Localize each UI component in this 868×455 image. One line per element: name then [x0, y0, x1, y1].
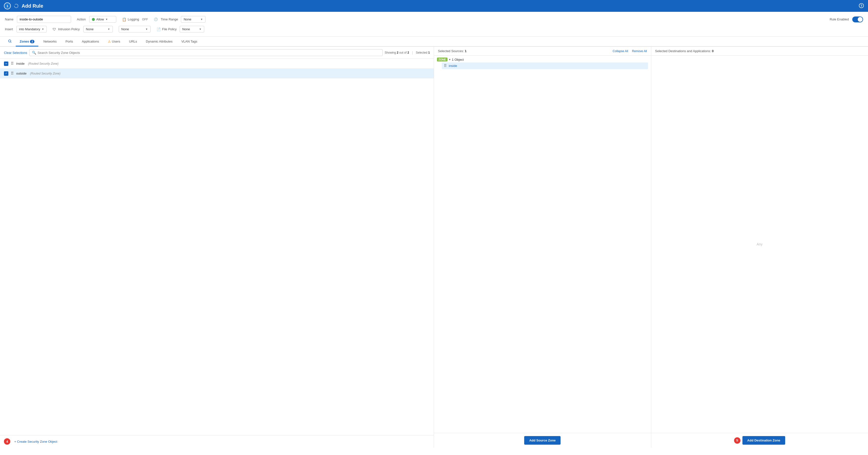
add-dest-zone-wrap: 5 Add Destination Zone: [734, 436, 785, 445]
rule-enabled-toggle[interactable]: [852, 17, 863, 22]
intrusion-chevron: ▼: [107, 28, 110, 30]
search-input-wrap: 🔍: [29, 49, 383, 56]
step-5-badge: 5: [734, 437, 740, 444]
tab-networks[interactable]: Networks: [39, 37, 60, 47]
file-policy-select[interactable]: None ▼: [180, 26, 204, 32]
zone-tag: ZONE: [437, 58, 447, 61]
dest-panel: Selected Destinations and Applications: …: [651, 47, 868, 433]
checkbox-outside[interactable]: ✓: [4, 71, 8, 76]
file-policy-icon: 📄: [157, 27, 161, 31]
time-range-chevron: ▼: [200, 18, 203, 21]
insert-label: Insert: [5, 27, 13, 31]
showing-text: Showing 2 out of 2: [384, 51, 409, 54]
file-policy-label: File Policy: [162, 27, 177, 31]
object-count: 1 Object: [452, 58, 464, 61]
tab-bar: Zones2 Networks Ports Applications ⚠User…: [0, 37, 868, 47]
zone-item-icon: ⠿: [444, 63, 447, 68]
checkmark-icon: ✓: [5, 72, 7, 75]
right-panel: Selected Sources: 1 Collapse All Remove …: [434, 47, 868, 448]
dest-panel-header: Selected Destinations and Applications: …: [651, 47, 868, 56]
intrusion-policy-label: Intrusion Policy: [58, 27, 80, 31]
left-panel: Clear Selections 🔍 Showing 2 out of 2 | …: [0, 47, 434, 448]
file-policy-chevron: ▼: [199, 28, 202, 30]
add-source-zone-button[interactable]: Add Source Zone: [524, 436, 561, 445]
page-title: Add Rule: [22, 3, 856, 9]
spinner-icon: [14, 3, 19, 8]
logging-label: Logging: [128, 18, 139, 21]
variable-set-chevron: ▼: [146, 28, 148, 30]
intrusion-policy-select[interactable]: None ▼: [83, 26, 113, 32]
action-dot: [92, 18, 95, 21]
form-row2: Insert into Mandatory ▼ 🛡 Intrusion Poli…: [5, 26, 863, 32]
time-range-icon: 🕐: [154, 18, 158, 21]
intrusion-policy-value: None: [86, 27, 94, 31]
list-item[interactable]: − ⠿ inside (Routed Security Zone): [0, 59, 434, 68]
form-area: Name Action Allow ▼ 📋 Logging OFF �: [0, 12, 868, 37]
insert-chevron: ▼: [42, 28, 44, 30]
app-container: 1 Add Rule Name Action: [0, 0, 868, 455]
source-title: Selected Sources: 1: [438, 49, 466, 53]
file-policy-value: None: [182, 27, 190, 31]
variable-set-value: None: [121, 27, 129, 31]
step-4-badge: 4: [4, 438, 10, 445]
checkbox-inside[interactable]: −: [4, 61, 8, 66]
zone-group-header: ZONE ▾ 1 Object: [437, 58, 648, 61]
insert-value: into Mandatory: [19, 27, 40, 31]
zone-item-inside: ⠿ inside: [442, 62, 648, 69]
tab-zones[interactable]: Zones2: [16, 37, 38, 47]
action-label: Action: [77, 18, 86, 21]
minus-icon: −: [5, 62, 7, 65]
svg-point-1: [859, 3, 864, 8]
tab-dynamic-attributes[interactable]: Dynamic Attributes: [142, 37, 177, 47]
collapse-all-button[interactable]: Collapse All: [613, 50, 628, 53]
source-panel-header: Selected Sources: 1 Collapse All Remove …: [434, 47, 651, 56]
action-chevron: ▼: [105, 18, 108, 21]
file-policy-group: 📄 File Policy None ▼: [157, 26, 204, 32]
bottom-source: Add Source Zone: [434, 433, 651, 448]
search-icon: 🔍: [32, 51, 36, 55]
action-group: Action Allow ▼: [77, 16, 116, 23]
step-badge: 1: [4, 2, 11, 9]
create-security-zone-link[interactable]: + Create Security Zone Object: [14, 440, 57, 444]
svg-point-0: [14, 4, 18, 8]
zone-group: ZONE ▾ 1 Object ⠿ inside: [437, 58, 648, 69]
form-row1: Name Action Allow ▼ 📋 Logging OFF �: [5, 16, 863, 23]
rule-enabled-group: Rule Enabled: [830, 17, 863, 22]
tab-applications[interactable]: Applications: [78, 37, 103, 47]
help-icon[interactable]: [859, 3, 864, 9]
name-group: Name: [5, 16, 71, 23]
logging-value: OFF: [142, 18, 148, 21]
header-bar: 1 Add Rule: [0, 0, 868, 12]
time-range-group: 🕐 Time Range None ▼: [154, 16, 206, 23]
time-range-value: None: [184, 18, 191, 21]
action-select[interactable]: Allow ▼: [89, 16, 116, 23]
tab-ports[interactable]: Ports: [62, 37, 77, 47]
logging-icon: 📋: [122, 18, 126, 21]
collapse-arrow-icon[interactable]: ▾: [449, 58, 451, 61]
variable-set-select[interactable]: None ▼: [119, 26, 151, 32]
tab-search-icon[interactable]: [5, 37, 15, 46]
source-panel: Selected Sources: 1 Collapse All Remove …: [434, 47, 651, 433]
tab-users[interactable]: ⚠Users: [104, 37, 124, 47]
zones-badge: 2: [30, 40, 34, 43]
item-type-outside: (Routed Security Zone): [30, 72, 60, 75]
search-input[interactable]: [38, 51, 380, 55]
remove-all-button[interactable]: Remove All: [632, 50, 647, 53]
dest-title: Selected Destinations and Applications: …: [655, 49, 714, 53]
insert-select[interactable]: into Mandatory ▼: [17, 26, 47, 32]
selected-count-text: Selected 1: [416, 51, 430, 54]
time-range-select[interactable]: None ▼: [181, 16, 206, 23]
add-destination-zone-button[interactable]: Add Destination Zone: [742, 436, 785, 445]
list-item[interactable]: ✓ ⠿ outside (Routed Security Zone): [0, 68, 434, 79]
warning-icon: ⚠: [108, 39, 111, 43]
name-input[interactable]: [17, 16, 71, 23]
tab-urls[interactable]: URLs: [125, 37, 141, 47]
clear-selections-button[interactable]: Clear Selections: [4, 51, 27, 55]
right-split: Selected Sources: 1 Collapse All Remove …: [434, 47, 868, 433]
intrusion-policy-group: 🛡 Intrusion Policy None ▼: [53, 26, 113, 32]
tab-vlan-tags[interactable]: VLAN Tags: [178, 37, 201, 47]
dest-content: Any: [651, 56, 868, 433]
item-name-inside: inside: [16, 62, 25, 65]
item-name-outside: outside: [16, 72, 27, 75]
variable-set-group: None ▼: [119, 26, 151, 32]
